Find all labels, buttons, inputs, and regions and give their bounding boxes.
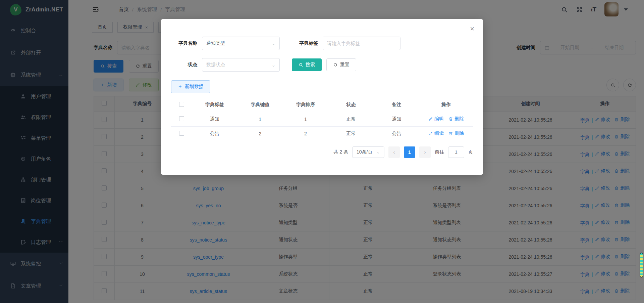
dict-data-table: 字典标签字典键值字典排序状态备注操作 通知11正常通知 编辑 删除公告22正常公… xyxy=(171,98,473,141)
status-cell: 正常 xyxy=(328,126,374,141)
goto-page-input[interactable] xyxy=(448,146,464,158)
modal-form-row-2: 状态 数据状态 ⌄ 搜索 重置 xyxy=(171,58,473,72)
dict-sort-cell: 2 xyxy=(283,126,328,141)
modal-dict-label-label: 字典标签 xyxy=(292,40,318,46)
next-page-button[interactable]: › xyxy=(419,146,431,158)
operations-cell: 编辑 删除 xyxy=(419,112,473,126)
status-cell: 正常 xyxy=(328,112,374,126)
select-all-checkbox[interactable] xyxy=(179,102,184,107)
column-header: 备注 xyxy=(374,98,419,112)
delete-link[interactable]: 删除 xyxy=(448,116,464,122)
dict-value-cell: 2 xyxy=(237,126,283,141)
modal-reset-button[interactable]: 重置 xyxy=(326,58,356,71)
modal-pagination: 共 2 条 10条/页 ⌄ ‹ 1 › 前往 页 xyxy=(171,146,473,158)
delete-link[interactable]: 删除 xyxy=(448,130,464,136)
dict-label-cell: 通知 xyxy=(192,112,237,126)
search-icon xyxy=(299,62,303,67)
table-row: 通知11正常通知 编辑 删除 xyxy=(171,112,473,126)
refresh-icon xyxy=(333,62,338,67)
page-size-select[interactable]: 10条/页 ⌄ xyxy=(352,146,384,158)
modal-search-button[interactable]: 搜索 xyxy=(292,58,322,71)
column-header: 字典键值 xyxy=(237,98,283,112)
dict-value-cell: 1 xyxy=(237,112,283,126)
modal-dict-name-select[interactable]: 通知类型 ⌄ xyxy=(202,37,280,50)
dict-sort-cell: 1 xyxy=(283,112,328,126)
edit-link[interactable]: 编辑 xyxy=(428,130,444,136)
chevron-down-icon: ⌄ xyxy=(376,149,380,155)
table-row: 公告22正常公告 编辑 删除 xyxy=(171,126,473,141)
remark-cell: 通知 xyxy=(374,112,419,126)
close-icon[interactable]: × xyxy=(470,25,474,33)
trash-icon xyxy=(448,117,453,121)
remark-cell: 公告 xyxy=(374,126,419,141)
modal-status-label: 状态 xyxy=(171,62,197,68)
prev-page-button[interactable]: ‹ xyxy=(388,146,400,158)
modal-add-data-button[interactable]: 新增数据 xyxy=(171,80,210,93)
row-checkbox[interactable] xyxy=(179,131,184,136)
operations-cell: 编辑 删除 xyxy=(419,126,473,141)
row-checkbox[interactable] xyxy=(179,116,184,121)
scrollbar[interactable] xyxy=(640,253,643,277)
modal-form-row-1: 字典名称 通知类型 ⌄ 字典标签 xyxy=(171,37,473,50)
pencil-icon xyxy=(428,131,433,136)
modal-dict-label-input[interactable] xyxy=(323,37,400,50)
dict-data-modal: × 字典名称 通知类型 ⌄ 字典标签 状态 数据状态 ⌄ 搜索 xyxy=(161,19,483,175)
pagination-total: 共 2 条 xyxy=(333,149,348,155)
modal-filter-form: 字典名称 通知类型 ⌄ 字典标签 状态 数据状态 ⌄ 搜索 重置 xyxy=(171,37,473,72)
edit-link[interactable]: 编辑 xyxy=(428,116,444,122)
column-header: 状态 xyxy=(328,98,374,112)
modal-status-select[interactable]: 数据状态 ⌄ xyxy=(202,58,280,72)
modal-dict-name-label: 字典名称 xyxy=(171,40,197,46)
column-header: 操作 xyxy=(419,98,473,112)
chevron-down-icon: ⌄ xyxy=(272,41,275,46)
chevron-down-icon: ⌄ xyxy=(272,62,275,68)
dict-label-cell: 公告 xyxy=(192,126,237,141)
column-header: 字典标签 xyxy=(192,98,237,112)
column-header: 字典排序 xyxy=(283,98,328,112)
pencil-icon xyxy=(428,117,433,121)
current-page-button[interactable]: 1 xyxy=(404,146,415,158)
plus-icon xyxy=(178,84,182,89)
trash-icon xyxy=(448,131,453,136)
goto-label: 前往 xyxy=(435,149,444,155)
page-unit-label: 页 xyxy=(468,149,473,155)
